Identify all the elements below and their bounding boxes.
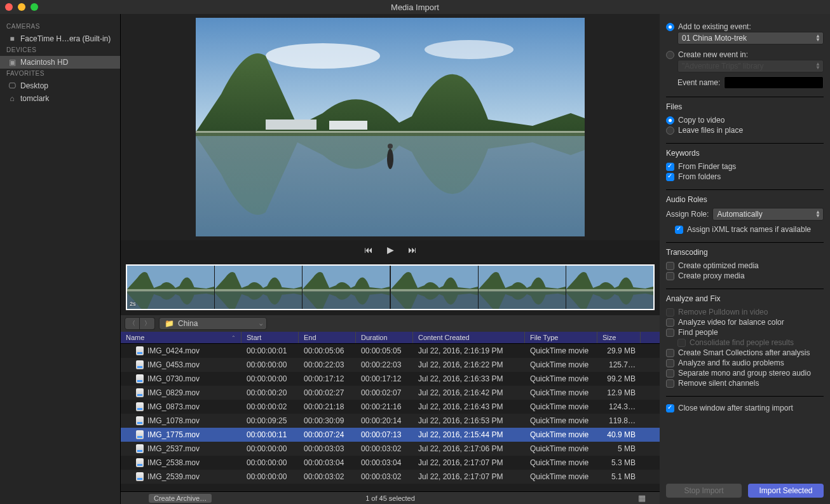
cell-start: 00:00:09:25	[242, 416, 299, 425]
stop-import-button[interactable]: Stop Import	[666, 484, 742, 498]
separate-mono-checkbox[interactable]	[666, 369, 674, 378]
folder-select[interactable]: 📁 China	[159, 317, 267, 330]
analyze-balance-checkbox[interactable]	[666, 318, 674, 327]
movie-file-icon	[136, 388, 144, 397]
create-optimized-checkbox[interactable]	[666, 262, 674, 270]
filmstrip-frame[interactable]	[302, 266, 390, 309]
nav-forward-button[interactable]: 〉	[140, 317, 155, 330]
cell-start: 00:00:00:00	[242, 374, 299, 383]
table-header: Name Start End Duration Content Created …	[121, 332, 660, 344]
window-title: Media Import	[0, 3, 830, 12]
cell-start: 00:00:00:00	[242, 360, 299, 369]
movie-file-icon	[136, 360, 144, 369]
transcoding-section-title: Transcoding	[666, 248, 824, 257]
filmstrip-frame[interactable]	[478, 266, 566, 309]
analyze-audio-checkbox[interactable]	[666, 359, 674, 367]
analyze-section-title: Analyze and Fix	[666, 294, 824, 303]
svg-rect-17	[303, 289, 390, 292]
assign-ixml-checkbox[interactable]	[675, 226, 683, 234]
folder-name: China	[178, 319, 198, 328]
transport-controls: ⏮ ▶ ⏭	[121, 240, 660, 259]
table-row[interactable]: IMG_1078.mov 00:00:09:25 00:00:30:09 00:…	[121, 414, 660, 428]
col-filetype[interactable]: File Type	[525, 332, 597, 343]
cell-start: 00:00:00:01	[242, 346, 299, 355]
import-options-panel: Add to existing event: 01 China Moto-tre…	[660, 14, 830, 504]
from-folders-checkbox[interactable]	[666, 173, 674, 181]
existing-event-select[interactable]: 01 China Moto-trek▲▼	[677, 32, 824, 44]
table-body[interactable]: IMG_0424.mov 00:00:00:01 00:00:05:06 00:…	[121, 344, 660, 491]
sidebar-item-label: Macintosh HD	[20, 58, 68, 67]
find-people-checkbox[interactable]	[666, 329, 674, 337]
cell-start: 00:00:00:11	[242, 430, 299, 439]
selection-status: 1 of 45 selected	[121, 494, 660, 502]
sidebar-item[interactable]: ■FaceTime H…era (Built-in)	[0, 32, 120, 45]
cell-start: 00:00:00:00	[242, 458, 299, 467]
create-proxy-checkbox[interactable]	[666, 272, 674, 280]
next-button[interactable]: ⏭	[408, 245, 417, 255]
cell-duration: 00:00:05:05	[356, 346, 413, 355]
sidebar-item[interactable]: ⌂tomclark	[0, 92, 120, 105]
cell-end: 00:00:07:24	[299, 430, 356, 439]
remove-silent-checkbox[interactable]	[666, 379, 674, 388]
play-button[interactable]: ▶	[387, 245, 394, 255]
monitor-icon: 🖵	[8, 83, 17, 89]
cell-duration: 00:00:03:02	[356, 444, 413, 453]
filmstrip-frame[interactable]	[566, 266, 653, 309]
filmstrip-frame[interactable]	[127, 266, 214, 309]
file-name: IMG_0873.mov	[147, 402, 200, 411]
cell-duration: 00:00:20:14	[356, 416, 413, 425]
col-start[interactable]: Start	[242, 332, 299, 343]
svg-point-2	[425, 40, 514, 59]
table-row[interactable]: IMG_0424.mov 00:00:00:01 00:00:05:06 00:…	[121, 344, 660, 358]
file-name: IMG_2537.mov	[147, 444, 200, 453]
cell-end: 00:00:17:12	[299, 374, 356, 383]
copy-to-video-radio[interactable]	[666, 116, 674, 125]
cell-end: 00:00:22:03	[299, 360, 356, 369]
table-row[interactable]: IMG_2537.mov 00:00:00:00 00:00:03:03 00:…	[121, 442, 660, 456]
create-new-radio[interactable]	[666, 51, 674, 59]
table-row[interactable]: IMG_2539.mov 00:00:00:00 00:00:03:02 00:…	[121, 470, 660, 484]
table-row[interactable]: IMG_0873.mov 00:00:00:02 00:00:21:18 00:…	[121, 400, 660, 414]
cell-end: 00:00:02:27	[299, 388, 356, 397]
table-row[interactable]: IMG_1775.mov 00:00:00:11 00:00:07:24 00:…	[121, 428, 660, 442]
col-size[interactable]: Size	[597, 332, 641, 343]
col-name[interactable]: Name	[121, 332, 242, 343]
filmstrip[interactable]: 2s	[121, 259, 660, 315]
table-row[interactable]: IMG_2538.mov 00:00:00:00 00:00:03:04 00:…	[121, 456, 660, 470]
cell-duration: 00:00:03:04	[356, 458, 413, 467]
filmstrip-frame[interactable]	[390, 266, 478, 309]
table-row[interactable]: IMG_0453.mov 00:00:00:00 00:00:22:03 00:…	[121, 358, 660, 372]
preview-image	[196, 18, 585, 236]
create-smart-checkbox[interactable]	[666, 349, 674, 357]
view-mode-icon[interactable]: ▦	[638, 493, 646, 503]
titlebar[interactable]: Media Import	[0, 0, 830, 14]
add-existing-radio[interactable]	[666, 23, 674, 31]
col-duration[interactable]: Duration	[356, 332, 413, 343]
from-finder-checkbox[interactable]	[666, 163, 674, 171]
close-after-checkbox[interactable]	[666, 404, 674, 412]
cell-size: 125.7…	[597, 360, 641, 369]
svg-point-9	[388, 144, 393, 149]
consolidate-find-checkbox	[677, 339, 686, 347]
col-created[interactable]: Content Created	[413, 332, 525, 343]
file-name: IMG_2539.mov	[147, 472, 200, 481]
svg-point-1	[266, 43, 380, 69]
cell-end: 00:00:30:09	[299, 416, 356, 425]
col-end[interactable]: End	[299, 332, 356, 343]
movie-file-icon	[136, 472, 144, 481]
prev-button[interactable]: ⏮	[364, 245, 373, 255]
sidebar-item[interactable]: 🖵Desktop	[0, 79, 120, 92]
file-name: IMG_0424.mov	[147, 346, 200, 355]
filmstrip-frame[interactable]	[214, 266, 302, 309]
assign-role-select[interactable]: Automatically▲▼	[712, 208, 824, 221]
table-row[interactable]: IMG_0829.mov 00:00:00:20 00:00:02:27 00:…	[121, 386, 660, 400]
movie-file-icon	[136, 416, 144, 425]
leave-in-place-radio[interactable]	[666, 126, 674, 135]
table-row[interactable]: IMG_0730.mov 00:00:00:00 00:00:17:12 00:…	[121, 372, 660, 386]
import-selected-button[interactable]: Import Selected	[748, 484, 824, 498]
cell-size: 12.9 MB	[597, 388, 641, 397]
cell-created: Jul 22, 2016, 2:16:43 PM	[413, 402, 525, 411]
event-name-input[interactable]	[724, 76, 824, 89]
sidebar-item[interactable]: ▣Macintosh HD	[0, 56, 120, 69]
nav-back-button[interactable]: 〈	[125, 317, 140, 330]
